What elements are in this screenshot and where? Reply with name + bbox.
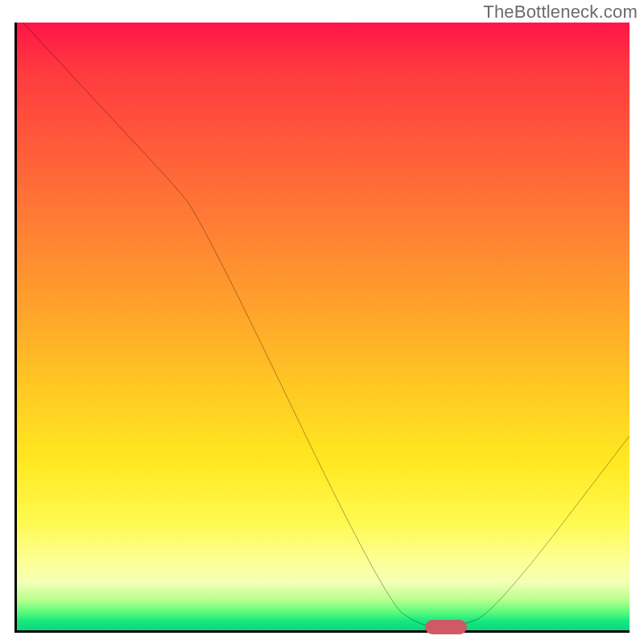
- watermark-text: TheBottleneck.com: [483, 2, 638, 23]
- curve-svg: [17, 23, 630, 630]
- plot-area: [14, 23, 630, 633]
- bottleneck-curve-path: [23, 23, 630, 627]
- chart-frame: TheBottleneck.com: [0, 0, 644, 644]
- optimal-marker: [425, 620, 467, 634]
